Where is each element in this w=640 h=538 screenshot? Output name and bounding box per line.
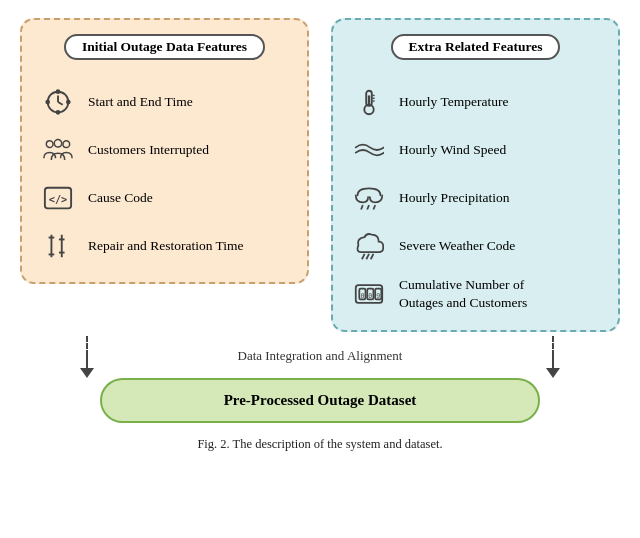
hourly-precipitation-label: Hourly Precipitation	[399, 189, 510, 207]
svg-line-27	[362, 254, 365, 259]
svg-line-25	[367, 205, 369, 209]
svg-line-26	[373, 205, 375, 209]
svg-point-6	[67, 101, 70, 104]
svg-point-4	[57, 111, 60, 114]
svg-line-28	[366, 254, 369, 259]
people-icon	[40, 135, 76, 165]
svg-point-9	[63, 141, 70, 148]
integration-label: Data Integration and Alignment	[238, 347, 403, 365]
right-arrow	[546, 336, 560, 378]
caption-text: Fig. 2. The description of the system an…	[197, 437, 442, 451]
svg-text:0: 0	[360, 292, 364, 300]
repair-restoration-label: Repair and Restoration Time	[88, 237, 244, 255]
feature-hourly-wind-speed: Hourly Wind Speed	[351, 132, 600, 168]
feature-severe-weather: Severe Weather Code	[351, 228, 600, 264]
preprocessed-dataset-label: Pre-Processed Outage Dataset	[224, 392, 417, 408]
extra-related-title: Extra Related Features	[391, 34, 561, 60]
svg-point-8	[54, 140, 62, 148]
figure-caption: Fig. 2. The description of the system an…	[197, 437, 442, 452]
svg-line-2	[58, 102, 63, 105]
counter-icon: 0 0 9	[351, 279, 387, 309]
svg-line-29	[371, 254, 374, 259]
rain-icon	[351, 183, 387, 213]
extra-related-box: Extra Related Features Hourly Temperatur…	[331, 18, 620, 332]
feature-cumulative-number: 0 0 9 Cumulative Number of Outages and C…	[351, 276, 600, 312]
cumulative-number-label: Cumulative Number of Outages and Custome…	[399, 276, 527, 312]
svg-text:0: 0	[368, 292, 372, 300]
initial-outage-title: Initial Outage Data Features	[64, 34, 265, 60]
cause-code-label: Cause Code	[88, 189, 153, 207]
feature-hourly-temperature: Hourly Temperature	[351, 84, 600, 120]
feature-start-end-time: Start and End Time	[40, 84, 289, 120]
severe-weather-label: Severe Weather Code	[399, 237, 515, 255]
feature-repair-restoration: Repair and Restoration Time	[40, 228, 289, 264]
wind-icon	[351, 135, 387, 165]
feature-customers-interrupted: Customers Interrupted	[40, 132, 289, 168]
svg-line-24	[361, 205, 363, 209]
cloud-lightning-icon	[351, 231, 387, 261]
code-icon: </>	[40, 183, 76, 213]
top-boxes: Initial Outage Data Features	[20, 18, 620, 332]
svg-point-5	[46, 101, 49, 104]
hourly-wind-speed-label: Hourly Wind Speed	[399, 141, 506, 159]
initial-outage-box: Initial Outage Data Features	[20, 18, 309, 284]
svg-point-7	[46, 141, 53, 148]
thermometer-icon	[351, 87, 387, 117]
svg-point-3	[57, 90, 60, 93]
customers-interrupted-label: Customers Interrupted	[88, 141, 209, 159]
left-arrow	[80, 336, 94, 378]
preprocessed-dataset-box: Pre-Processed Outage Dataset	[100, 378, 540, 423]
wrench-icon	[40, 231, 76, 261]
arrows-section: Data Integration and Alignment	[20, 336, 620, 378]
svg-text:</>: </>	[49, 193, 68, 205]
svg-text:9: 9	[376, 292, 380, 300]
arrows-top-row: Data Integration and Alignment	[50, 336, 590, 378]
feature-cause-code: </> Cause Code	[40, 180, 289, 216]
hourly-temperature-label: Hourly Temperature	[399, 93, 508, 111]
feature-hourly-precipitation: Hourly Precipitation	[351, 180, 600, 216]
main-diagram: Initial Outage Data Features	[20, 18, 620, 452]
start-end-time-label: Start and End Time	[88, 93, 193, 111]
clock-icon	[40, 87, 76, 117]
